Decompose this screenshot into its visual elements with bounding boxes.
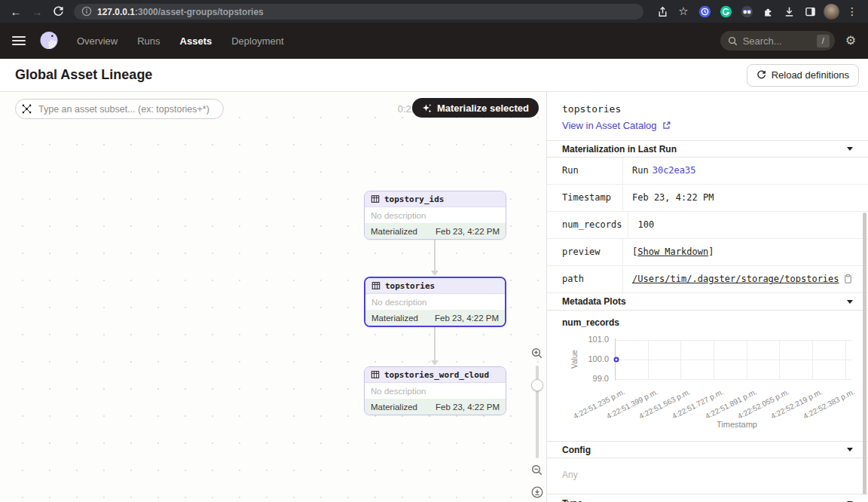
page-info-icon[interactable] bbox=[81, 6, 92, 17]
asset-status: Materialized bbox=[371, 314, 418, 323]
zoom-slider-handle[interactable] bbox=[531, 379, 543, 391]
path-link[interactable]: /Users/tim/.dagster/storage/topstories bbox=[632, 274, 839, 284]
url-text: 127.0.0.1:3000/asset-groups/topstories bbox=[97, 5, 264, 18]
asset-detail-panel: topstories View in Asset Catalog Materia… bbox=[546, 92, 868, 502]
asset-description: No description bbox=[365, 294, 505, 310]
asset-subset-input[interactable] bbox=[15, 99, 224, 119]
section-type[interactable]: Type bbox=[547, 494, 868, 502]
metadata-key: Run bbox=[547, 158, 623, 184]
section-config[interactable]: Config bbox=[547, 441, 868, 458]
materialize-selected-label: Materialize selected bbox=[437, 103, 529, 114]
x-axis-title: Timestamp bbox=[615, 420, 859, 436]
profile-avatar[interactable] bbox=[821, 2, 841, 20]
global-search[interactable]: / bbox=[720, 31, 835, 51]
asset-status-row: Materialized Feb 23, 4:22 PM bbox=[365, 399, 506, 415]
section-metadata-plots[interactable]: Metadata Plots bbox=[547, 293, 868, 311]
page-header: Global Asset Lineage Reload definitions bbox=[0, 59, 868, 92]
chevron-down-icon bbox=[847, 300, 853, 304]
search-icon bbox=[728, 36, 738, 46]
dagster-logo[interactable] bbox=[38, 29, 60, 52]
nav-item-deployment[interactable]: Deployment bbox=[231, 35, 283, 47]
asset-node-topstory-ids[interactable]: topstory_ids No description Materialized… bbox=[364, 191, 506, 240]
edge-topstories-to-word-cloud bbox=[434, 327, 436, 361]
asset-name: topstories bbox=[385, 281, 435, 291]
zoom-to-fit-icon[interactable] bbox=[531, 486, 543, 498]
sparkle-icon bbox=[422, 103, 432, 113]
y-tick: 101.0 bbox=[588, 335, 609, 344]
plot-title: num_records bbox=[547, 311, 868, 329]
y-tick: 100.0 bbox=[588, 354, 609, 363]
metadata-row-path: path /Users/tim/.dagster/storage/topstor… bbox=[547, 266, 868, 293]
chevron-down-icon bbox=[847, 147, 853, 151]
asset-name: topstories_word_cloud bbox=[384, 370, 489, 380]
bookmark-star-icon[interactable]: ☆ bbox=[674, 2, 693, 20]
asset-name: topstory_ids bbox=[384, 194, 444, 204]
asset-status: Materialized bbox=[371, 403, 417, 412]
asset-node-header: topstory_ids bbox=[365, 191, 506, 207]
section-title: Metadata Plots bbox=[562, 296, 626, 307]
bracket: [ bbox=[632, 246, 637, 257]
nav-item-runs[interactable]: Runs bbox=[137, 35, 160, 47]
settings-gear-icon[interactable]: ⚙ bbox=[845, 35, 856, 47]
extension-grammarly-icon[interactable] bbox=[716, 2, 735, 20]
url-host: 127.0.0.1 bbox=[97, 7, 135, 17]
asset-status-row: Materialized Feb 23, 4:22 PM bbox=[365, 223, 506, 239]
nav-item-assets[interactable]: Assets bbox=[180, 35, 212, 47]
metadata-value: [Show Markdown] bbox=[623, 239, 868, 265]
plot-area bbox=[615, 335, 851, 384]
metadata-row-preview: preview [Show Markdown] bbox=[547, 239, 868, 266]
metadata-value: /Users/tim/.dagster/storage/topstories bbox=[623, 266, 868, 292]
run-prefix: Run bbox=[632, 165, 649, 176]
data-point[interactable] bbox=[613, 357, 619, 363]
zoom-in-icon[interactable] bbox=[531, 347, 543, 360]
asset-status: Materialized bbox=[371, 227, 417, 236]
y-axis-label: Value bbox=[570, 344, 579, 375]
nav-item-overview[interactable]: Overview bbox=[77, 35, 118, 47]
asset-node-topstories-word-cloud[interactable]: topstories_word_cloud No description Mat… bbox=[364, 366, 506, 415]
share-icon[interactable] bbox=[653, 2, 672, 20]
metadata-key: path bbox=[547, 266, 623, 292]
asset-node-header: topstories_word_cloud bbox=[365, 367, 506, 383]
browser-menu-icon[interactable]: ⋮ bbox=[842, 2, 862, 20]
materialize-selected-button[interactable]: Materialize selected bbox=[412, 98, 539, 118]
asset-timestamp: Feb 23, 4:22 PM bbox=[435, 314, 499, 323]
external-link-icon bbox=[662, 121, 671, 130]
hamburger-menu-icon[interactable] bbox=[12, 36, 26, 45]
side-panel-icon[interactable] bbox=[800, 2, 820, 20]
asset-status-row: Materialized Feb 23, 4:22 PM bbox=[365, 310, 505, 326]
extension-clock-icon[interactable] bbox=[695, 2, 714, 20]
asset-description: No description bbox=[365, 383, 506, 399]
nav-links: Overview Runs Assets Deployment bbox=[77, 35, 284, 47]
asset-description: No description bbox=[365, 207, 506, 223]
browser-back-icon[interactable]: ← bbox=[6, 2, 26, 20]
lineage-canvas[interactable]: 0:21 Materialize selected topstory_ids N… bbox=[0, 92, 546, 502]
metadata-key: num_records bbox=[547, 212, 628, 238]
asset-timestamp: Feb 23, 4:22 PM bbox=[436, 227, 500, 236]
asset-node-topstories[interactable]: topstories No description Materialized F… bbox=[364, 277, 506, 327]
metadata-value: Feb 23, 4:22 PM bbox=[623, 185, 868, 211]
panel-asset-name: topstories bbox=[562, 103, 853, 115]
metadata-value: Run 30c2ea35 bbox=[623, 158, 868, 184]
browser-reload-icon[interactable] bbox=[48, 2, 68, 20]
table-icon bbox=[371, 370, 380, 379]
show-markdown-link[interactable]: Show Markdown bbox=[637, 246, 708, 257]
metadata-plot: Value 101.0 100.0 99.0 bbox=[547, 329, 868, 436]
extension-goggles-icon[interactable] bbox=[737, 2, 756, 20]
copy-clipboard-icon[interactable] bbox=[843, 274, 853, 284]
zoom-out-icon[interactable] bbox=[531, 464, 543, 476]
view-in-asset-catalog-link[interactable]: View in Asset Catalog bbox=[562, 120, 853, 131]
downloads-icon[interactable] bbox=[779, 2, 799, 20]
page-title: Global Asset Lineage bbox=[15, 67, 152, 83]
url-bar[interactable]: 127.0.0.1:3000/asset-groups/topstories bbox=[74, 4, 643, 20]
panel-scrollbar[interactable] bbox=[863, 213, 866, 494]
metadata-row-timestamp: Timestamp Feb 23, 4:22 PM bbox=[547, 185, 868, 212]
browser-forward-icon[interactable]: → bbox=[27, 2, 47, 20]
reload-definitions-button[interactable]: Reload definitions bbox=[747, 64, 859, 87]
run-id-link[interactable]: 30c2ea35 bbox=[653, 165, 696, 176]
extensions-puzzle-icon[interactable] bbox=[758, 2, 778, 20]
asset-graph-filter-icon bbox=[22, 104, 32, 114]
config-value: Any bbox=[547, 458, 868, 494]
section-materialization[interactable]: Materialization in Last Run bbox=[547, 140, 868, 158]
url-path: :3000/asset-groups/topstories bbox=[135, 7, 264, 17]
search-input[interactable] bbox=[743, 35, 811, 47]
